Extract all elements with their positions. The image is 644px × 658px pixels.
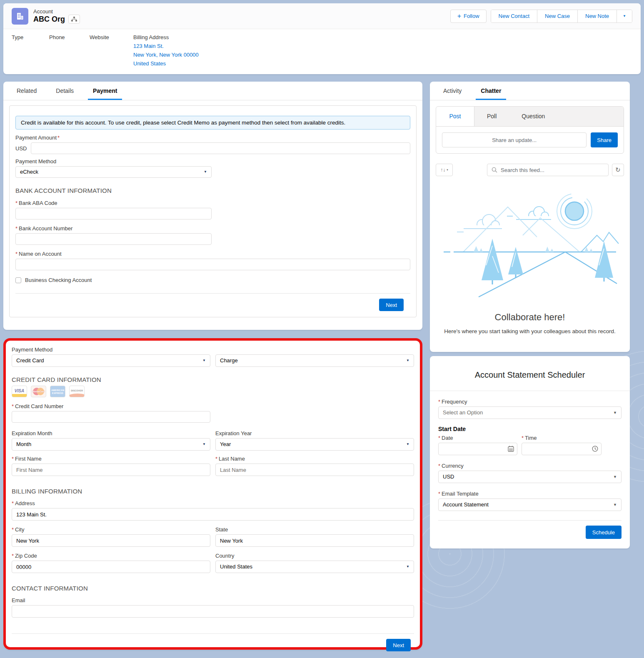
state-input[interactable] (215, 534, 414, 547)
currency-value: USD (443, 474, 454, 480)
tab-activity[interactable]: Activity (438, 82, 467, 100)
amex-label: AMERICAN EXPRESS (50, 389, 65, 394)
first-name-label: First Name (12, 456, 210, 462)
credit-card-number-input[interactable] (12, 411, 210, 423)
discover-icon: DISCOVER (69, 386, 85, 397)
bank-account-number-input[interactable] (15, 233, 212, 245)
account-icon (12, 8, 28, 25)
expiration-month-value: Month (16, 441, 31, 447)
tab-post[interactable]: Post (436, 107, 474, 126)
checkbox-icon[interactable] (15, 277, 21, 283)
chevron-down-icon: ▼ (202, 439, 206, 450)
chevron-down-icon: ▼ (406, 439, 409, 450)
chevron-down-icon: ▼ (202, 355, 206, 366)
view-hierarchy-button[interactable] (68, 15, 80, 24)
more-actions-button[interactable]: ▼ (617, 10, 632, 22)
refresh-feed-button[interactable]: ↻ (612, 164, 624, 176)
frequency-label: Frequency (438, 399, 622, 405)
billing-address-link[interactable]: 123 Main St. (133, 42, 199, 50)
sort-feed-button[interactable]: ↑↓ ▾ (436, 164, 453, 176)
follow-button[interactable]: + Follow (450, 10, 487, 23)
tab-related[interactable]: Related (12, 82, 42, 100)
chevron-down-icon: ▼ (613, 407, 617, 419)
tab-question[interactable]: Question (509, 107, 557, 126)
calendar-icon[interactable] (508, 446, 514, 453)
name-on-account-input[interactable] (15, 259, 410, 270)
sort-arrows-icon: ↑↓ (440, 167, 445, 173)
tab-payment[interactable]: Payment (88, 82, 122, 100)
discover-swoosh (69, 394, 85, 397)
mountains-illustration (440, 185, 619, 306)
clock-icon[interactable] (592, 446, 598, 453)
first-name-input[interactable] (12, 464, 210, 476)
email-input[interactable] (12, 605, 414, 618)
payment-method-select[interactable]: Credit Card ▼ (12, 354, 210, 367)
collaborate-title: Collaborate here! (430, 312, 630, 323)
currency-prefix: USD (15, 145, 27, 152)
feed-search-box[interactable] (487, 164, 609, 176)
state-label: State (215, 526, 414, 533)
city-input[interactable] (12, 534, 210, 547)
frequency-select[interactable]: Select an Option ▼ (438, 406, 622, 419)
business-checking-checkbox-row[interactable]: Business Checking Account (15, 277, 410, 283)
business-checking-label: Business Checking Account (25, 277, 92, 283)
record-tabs: Related Details Payment (3, 82, 422, 100)
currency-label: Currency (438, 463, 622, 469)
mastercard-icon: MasterCard (31, 386, 46, 397)
account-header-card: Account ABC Org + Follow New Co (3, 3, 641, 74)
share-button[interactable]: Share (591, 132, 618, 147)
feed-controls: ↑↓ ▾ ↻ (436, 164, 624, 176)
currency-select[interactable]: USD ▼ (438, 471, 622, 483)
zip-code-label: Zip Code (12, 553, 210, 559)
share-update-input[interactable] (442, 132, 587, 147)
scheduler-title: Account Statement Scheduler (430, 356, 630, 380)
billing-section-header: BILLING INFORMATION (12, 488, 414, 495)
bank-aba-input[interactable] (15, 208, 212, 219)
country-select[interactable]: United States ▼ (215, 561, 414, 573)
credit-card-section-header: CREDIT CARD INFORMATION (12, 376, 414, 383)
expiration-month-select[interactable]: Month ▼ (12, 438, 210, 451)
bank-section-header: BANK ACCOUNT INFORMATION (15, 187, 410, 194)
zip-code-input[interactable] (12, 561, 210, 573)
new-contact-button[interactable]: New Contact (491, 10, 537, 22)
name-on-account-label: Name on Account (15, 251, 410, 257)
payment-method-select[interactable]: eCheck ▼ (15, 166, 212, 178)
last-name-label: Last Name (215, 456, 414, 462)
tab-details[interactable]: Details (51, 82, 79, 100)
country-value: United States (220, 563, 252, 570)
payment-form-panel: Credit is available for this account. To… (9, 105, 417, 317)
chevron-down-icon: ▼ (613, 471, 617, 483)
next-button[interactable]: Next (379, 299, 404, 311)
email-template-select[interactable]: Account Statement ▼ (438, 498, 622, 511)
action-button-group: New Contact New Case New Note ▼ (491, 10, 632, 23)
billing-address-link[interactable]: United States (133, 59, 199, 68)
schedule-button[interactable]: Schedule (586, 526, 622, 539)
address-input[interactable] (12, 508, 414, 521)
expiration-year-label: Expiration Year (215, 430, 414, 436)
payment-amount-input[interactable] (31, 142, 410, 154)
feed-search-input[interactable] (501, 167, 604, 173)
expiration-year-select[interactable]: Year ▼ (215, 438, 414, 451)
new-case-button[interactable]: New Case (537, 10, 577, 22)
bank-account-number-label: Bank Account Number (15, 225, 410, 232)
billing-address-link[interactable]: New York, New York 00000 (133, 50, 199, 59)
tab-poll[interactable]: Poll (474, 107, 509, 126)
date-input[interactable] (438, 443, 517, 455)
tab-chatter[interactable]: Chatter (476, 82, 506, 100)
payment-amount-label: Payment Amount (15, 135, 410, 141)
date-field (438, 443, 517, 455)
field-website: Website (90, 34, 133, 68)
country-label: Country (215, 553, 414, 559)
expiration-year-value: Year (220, 441, 231, 447)
page-title: ABC Org (33, 15, 65, 24)
address-label: Address (12, 500, 414, 506)
time-field (522, 443, 602, 455)
field-label: Website (90, 34, 133, 40)
next-button[interactable]: Next (386, 639, 411, 651)
email-label: Email (12, 597, 414, 603)
transaction-type-select[interactable]: Charge ▼ (215, 354, 414, 367)
new-note-button[interactable]: New Note (577, 10, 617, 22)
time-input[interactable] (522, 443, 602, 455)
credit-available-alert: Credit is available for this account. To… (15, 116, 410, 130)
last-name-input[interactable] (215, 464, 414, 476)
